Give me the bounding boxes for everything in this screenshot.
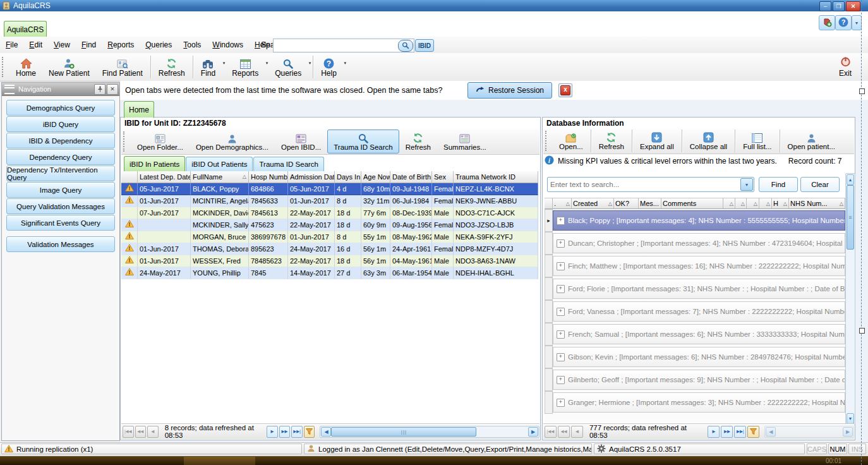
db-patient-row[interactable]: +Granger; Hermione ; [Important messages… [545, 391, 845, 414]
toolbar-home[interactable]: Home [9, 54, 42, 80]
feedback-ribbon-button[interactable] [819, 15, 835, 30]
prev-row-button[interactable]: ◀ [147, 426, 159, 438]
db-row-card[interactable]: +Gibson; Kevin ; [Important messages: 6]… [553, 347, 845, 367]
column-header-latest-dep-date[interactable]: Latest Dep. Date [138, 171, 191, 183]
first-page-button[interactable]: |◀◀ [123, 426, 134, 438]
column-header-age-now[interactable]: Age Now [361, 171, 390, 183]
scroll-up-icon[interactable]: ▲ [847, 174, 854, 185]
grid-column-[interactable]: .△ [553, 198, 572, 209]
help-quick-button[interactable]: ? [835, 15, 852, 30]
scroll-down-icon[interactable]: ▼ [847, 413, 854, 424]
selection-handle[interactable] [859, 88, 865, 94]
db-vertical-scrollbar[interactable]: ▲ ≡ ▼ [845, 173, 855, 425]
quick-menu-dropdown[interactable]: ▼ [852, 15, 862, 30]
grid-column-mes[interactable]: Mes... [639, 198, 661, 209]
db-patient-row[interactable]: +Gibson; Kevin ; [Important messages: 6]… [545, 346, 845, 368]
column-header-admission-date[interactable]: Admission Date [288, 171, 335, 183]
db-patient-row[interactable]: +French; Samual ; [Important messages: 6… [545, 323, 845, 346]
db-patient-row[interactable]: ▸+Black; Poppy ; [Important messages: 4]… [545, 209, 845, 232]
sidebar-item-ibid-dependency[interactable]: IBID & Dependency [6, 133, 115, 148]
db-toolbar-expand-all[interactable]: Expand all [634, 129, 680, 153]
app-tab[interactable]: AquilaCRS [4, 21, 47, 37]
taskbar-button[interactable] [184, 457, 255, 465]
banner-close-button[interactable]: x [558, 83, 572, 97]
toolbar-new-patient[interactable]: New Patient [42, 54, 96, 80]
sidebar-item-significant-events-query[interactable]: Significant Events Query [6, 215, 115, 231]
menu-view[interactable]: View [48, 38, 76, 52]
db-row-card[interactable]: +Duncan; Christopher ; [Important messag… [553, 233, 845, 253]
db-search-input[interactable] [548, 180, 740, 189]
column-header-fullname[interactable]: FullName△ [191, 171, 249, 183]
table-row[interactable]: !01-Jun-2017WESSEX, Fred7848562322-May-2… [121, 255, 538, 267]
selection-handle[interactable] [859, 328, 865, 334]
home-tab[interactable]: Home [124, 101, 154, 118]
filter-funnel-icon[interactable] [304, 426, 315, 438]
grid-column-unnamed[interactable]: △ [735, 198, 747, 209]
toolbar-queries[interactable]: Queries▾ [268, 54, 311, 80]
search-go-button[interactable] [398, 40, 413, 52]
column-header-sex[interactable]: Sex [432, 171, 454, 183]
tab-trauma-id-search[interactable]: Trauma ID Search [253, 157, 324, 171]
grid-column-created[interactable]: Created△ [572, 198, 614, 209]
dropdown-caret-icon[interactable]: ▾ [223, 61, 226, 66]
pin-button[interactable] [94, 84, 105, 95]
toolbar-find-patient[interactable]: Find Patient [96, 54, 149, 80]
next-group-button[interactable]: ▶▶ [721, 426, 733, 438]
menu-tools[interactable]: Tools [178, 38, 207, 52]
menu-queries[interactable]: Queries [140, 38, 178, 52]
column-header-hosp-number[interactable]: Hosp Number [249, 171, 288, 183]
prev-row-button[interactable]: ◀ [571, 426, 583, 438]
db-patient-row[interactable]: +Gilnberto; Geoff ; [Important messages:… [545, 368, 845, 391]
expand-plus-icon[interactable]: + [557, 239, 565, 248]
scroll-left-icon[interactable]: ◀ [766, 427, 776, 437]
sidebar-item-dependency-tx-intervention-query[interactable]: Dependency Tx/Intervention Query [6, 166, 115, 181]
grid-column-unnamed[interactable]: △ [759, 198, 772, 209]
table-row[interactable]: !05-Jun-2017BLACK, Poppy68486605-Jun-201… [121, 183, 538, 195]
db-row-card[interactable]: +Gilnberto; Geoff ; [Important messages:… [553, 370, 845, 390]
table-row[interactable]: !01-Jun-2017MCINTIRE, Angela784563301-Ju… [121, 195, 538, 207]
grid-column-unnamed[interactable]: △ [723, 198, 735, 209]
table-row[interactable]: !01-Jun-2017THOMAS, Deborah89562324-May-… [121, 243, 538, 255]
ibid-toolbar-open-ibid[interactable]: Open IBID... [275, 130, 327, 154]
expand-plus-icon[interactable]: + [557, 330, 565, 339]
prev-group-button[interactable]: ◀◀ [558, 426, 570, 438]
sidebar-item-image-query[interactable]: Image Query [6, 182, 115, 198]
horizontal-scrollbar[interactable]: ◀▶ [764, 426, 854, 438]
ibid-toolbar-refresh[interactable]: Refresh [399, 130, 437, 154]
grid-column-nhs-num[interactable]: NHS Num...△ [789, 198, 845, 209]
column-header-days-in[interactable]: Days In [335, 171, 361, 183]
db-row-card[interactable]: +Granger; Hermione ; [Important messages… [553, 392, 845, 413]
sidebar-item-ibid-query[interactable]: iBID Query [6, 116, 115, 132]
nav-close-button[interactable]: ✕ [107, 84, 118, 95]
sidebar-item-demographics-query[interactable]: Demographics Query [6, 100, 115, 116]
menu-hamburger-icon[interactable] [4, 85, 15, 94]
expand-plus-icon[interactable]: + [557, 308, 565, 316]
scroll-thumb[interactable]: ||| [331, 427, 476, 437]
ibid-toolbar-open-demographics[interactable]: Open Demographics... [190, 130, 275, 154]
scroll-right-icon[interactable]: ▶ [843, 427, 853, 437]
menu-windows[interactable]: Windows [207, 38, 249, 52]
expand-plus-icon[interactable]: + [557, 217, 565, 225]
toolbar-find[interactable]: Find▾ [195, 54, 226, 80]
clear-button[interactable]: Clear [800, 177, 840, 192]
expand-plus-icon[interactable]: + [557, 399, 565, 407]
next-row-button[interactable]: ▶ [708, 426, 720, 438]
db-row-card[interactable]: +Finch; Matthew ; [Important messages: 1… [553, 256, 845, 276]
ibid-toolbar-open-folder[interactable]: Open Folder... [131, 130, 190, 154]
db-toolbar-open[interactable]: Open... [553, 129, 589, 153]
table-row[interactable]: 07-Jun-2017MCKINDER, David784561322-May-… [121, 207, 538, 219]
menu-find[interactable]: Find [76, 38, 102, 52]
horizontal-scrollbar[interactable]: ◀▶||| [320, 426, 539, 438]
tab-ibid-out-patients[interactable]: iBID Out Patients [186, 157, 253, 171]
tab-ibid-in-patients[interactable]: iBID In Patients [124, 156, 185, 171]
next-group-button[interactable]: ▶▶ [279, 426, 291, 438]
db-row-card[interactable]: +Ford; Florie ; [Important messages: 31]… [553, 279, 845, 299]
next-row-button[interactable]: ▶ [267, 426, 278, 438]
db-toolbar-open-patient[interactable]: Open patient... [781, 129, 841, 153]
last-page-button[interactable]: ▶▶| [291, 426, 303, 438]
exit-button[interactable]: Exit [830, 54, 860, 80]
dropdown-caret-icon[interactable]: ▾ [344, 61, 346, 66]
db-patient-row[interactable]: +Duncan; Christopher ; [Important messag… [545, 232, 845, 255]
sidebar-item-validation-messages[interactable]: Validation Messages [6, 236, 115, 252]
db-patient-row[interactable]: +Finch; Matthew ; [Important messages: 1… [545, 255, 845, 277]
